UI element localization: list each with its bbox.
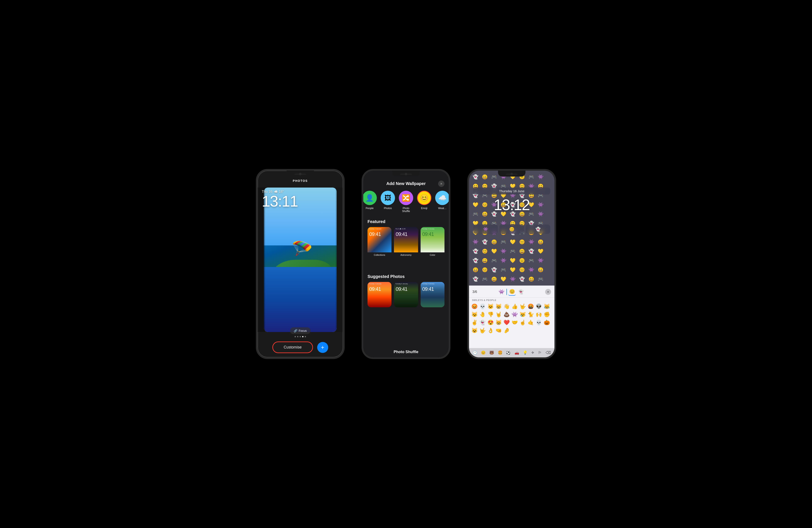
picker-emoji-item[interactable]: 😹: [543, 303, 551, 310]
bg-emoji-cell: 😀: [536, 266, 545, 274]
add-wallpaper-button[interactable]: +: [317, 342, 328, 353]
kb-activity-icon[interactable]: ⚽: [506, 350, 511, 355]
picker-emoji-item[interactable]: 👍: [511, 303, 519, 310]
picker-emoji-item[interactable]: 🎃: [543, 319, 551, 326]
picker-emoji-item[interactable]: 🤙: [527, 319, 535, 326]
wp-emoji-label: Emoji: [421, 207, 427, 210]
astronomy-time: 09:41: [396, 231, 407, 237]
suggested-preview-2: Tuesday 9 January 09:41: [394, 282, 418, 307]
bg-emoji-cell: 😀: [490, 238, 498, 246]
kb-flags-icon[interactable]: 🏳: [538, 351, 542, 355]
close-wallpaper-button[interactable]: ✕: [438, 181, 445, 187]
wp-people-item[interactable]: 👤 People: [363, 191, 377, 213]
picker-emoji-item[interactable]: ☝️: [519, 319, 526, 326]
kb-travel-icon[interactable]: 🚗: [514, 350, 519, 355]
bg-emoji-cell: 😀: [471, 266, 480, 274]
bg-emoji-cell: 👻: [480, 238, 489, 246]
selected-emoji-3[interactable]: 👻: [517, 288, 525, 296]
picker-close-button[interactable]: ✕: [545, 289, 551, 295]
kb-smiley-icon[interactable]: 😊: [481, 350, 485, 355]
featured-collections[interactable]: Tuesday 9 January 09:41 Collections: [367, 227, 391, 256]
suggested-3[interactable]: Tuesday 9 January 09:41: [421, 282, 445, 307]
selected-emoji-1[interactable]: 👾: [497, 288, 505, 296]
bg-emoji-cell: 👾: [536, 173, 545, 181]
phone1-camera: [299, 173, 302, 175]
featured-astronomy[interactable]: Thu 9 ☁️ 21:55 09:41 Astronomy: [394, 227, 418, 256]
picker-emoji-item[interactable]: 😺: [471, 327, 478, 334]
phone3-widgets-row: 👾 😊 👻: [473, 225, 550, 234]
color-preview: Tuesday 9 January 09:41: [421, 227, 445, 252]
picker-emoji-item[interactable]: 💩: [503, 311, 510, 318]
picker-emoji-item[interactable]: 🤜: [495, 327, 503, 334]
picker-emoji-item[interactable]: 👽: [535, 303, 542, 310]
bg-emoji-cell: 👻: [471, 256, 480, 265]
picker-emoji-item[interactable]: 👋: [503, 303, 510, 310]
picker-emoji-item[interactable]: 👾: [511, 311, 519, 318]
picker-emoji-item[interactable]: 😼: [471, 311, 478, 318]
wp-people-label: People: [366, 207, 374, 210]
bg-emoji-cell: 😊: [518, 266, 526, 274]
picker-emoji-item[interactable]: ✌️: [471, 319, 478, 326]
picker-emoji-item[interactable]: 🤟: [479, 327, 487, 334]
kb-clock-icon[interactable]: 🕐: [473, 350, 477, 355]
suggested-1[interactable]: Tuesday 9 January 09:41: [367, 282, 391, 307]
kb-symbols-icon[interactable]: ✈: [531, 350, 534, 355]
bg-emoji-cell: 👻: [471, 275, 480, 284]
bg-emoji-cell: 🎮: [527, 256, 535, 265]
dot-1: [294, 336, 296, 337]
bg-emoji-cell: 👾: [536, 256, 545, 265]
customise-button[interactable]: Customise: [272, 342, 313, 353]
wp-shuffle-item[interactable]: 🔀 Photo Shuffle: [399, 191, 413, 213]
picker-emoji-item[interactable]: 🤚: [479, 311, 487, 318]
picker-emoji-item[interactable]: 😸: [495, 303, 503, 310]
phone3-widget-1: 👾: [473, 225, 498, 234]
picker-emoji-item[interactable]: 💀: [535, 319, 542, 326]
bg-emoji-cell: 🎮: [536, 275, 545, 284]
picker-emoji-item[interactable]: 👎: [487, 311, 494, 318]
kb-objects-icon[interactable]: 💡: [523, 350, 527, 355]
picker-emoji-item[interactable]: 🤬: [527, 303, 535, 310]
picker-emoji-item[interactable]: 👌: [487, 327, 494, 334]
wp-weather-item[interactable]: ☁️ Weat…: [435, 191, 449, 213]
kb-food-icon[interactable]: 🍔: [498, 350, 503, 355]
picker-emoji-item[interactable]: 🐈: [527, 311, 535, 318]
picker-emoji-item[interactable]: 😡: [471, 303, 478, 310]
phone3-lock-overlay: Thursday 16 June 13:12: [469, 187, 554, 213]
picker-emoji-item[interactable]: 🐱: [487, 303, 494, 310]
picker-emoji-item[interactable]: 🤝: [511, 319, 519, 326]
emoji-picker-sheet: 3/6 👾 😊 👻 ✕ SMILEYS & PEOPLE 😡💀🐱😸👋👍🤟🤬👽😹😼…: [469, 286, 554, 357]
bg-emoji-cell: 🎮: [499, 238, 508, 246]
collections-label: Collections: [367, 254, 391, 256]
picker-emoji-item[interactable]: 🤘: [495, 311, 503, 318]
picker-emoji-item[interactable]: 🤌: [503, 327, 510, 334]
bg-emoji-cell: 💛: [508, 266, 517, 274]
suggested-2[interactable]: Tuesday 9 January 09:41: [394, 282, 418, 307]
wp-emoji-item[interactable]: 😊 Emoji: [417, 191, 431, 213]
picker-emoji-item[interactable]: 😍: [487, 319, 494, 326]
s2-time: 09:41: [396, 286, 407, 292]
picker-emoji-item[interactable]: 💀: [479, 303, 487, 310]
wp-emoji-icon: 😊: [417, 191, 431, 205]
featured-color[interactable]: Tuesday 9 January 09:41 Color: [421, 227, 445, 256]
picker-emoji-item[interactable]: 😿: [519, 311, 526, 318]
phone1-bottom-bar: Customise +: [258, 342, 343, 353]
bg-emoji-cell: 💛: [499, 275, 508, 284]
picker-emoji-item[interactable]: 👻: [479, 319, 487, 326]
picker-emoji-item[interactable]: ✊: [543, 311, 551, 318]
bg-emoji-cell: 🎮: [490, 173, 498, 181]
bg-emoji-cell: 😐: [518, 256, 526, 265]
suggested-section: Suggested Photos Tuesday 9 January 09:41…: [363, 274, 449, 307]
picker-emoji-item[interactable]: 🤟: [519, 303, 526, 310]
emoji-picker-grid: 😡💀🐱😸👋👍🤟🤬👽😹😼🤚👎🤘💩👾😿🐈🙌✊✌️👻😍😸❤️🤝☝️🤙💀🎃😺🤟👌🤜🤌: [469, 303, 554, 334]
kb-delete-icon[interactable]: ⌫: [546, 350, 551, 355]
picker-emoji-item[interactable]: 😸: [495, 319, 503, 326]
picker-emoji-item[interactable]: ❤️: [503, 319, 510, 326]
emoji-category-label: SMILEYS & PEOPLE: [469, 298, 554, 303]
bg-emoji-cell: 🎮: [480, 275, 489, 284]
picker-emoji-item[interactable]: 🙌: [535, 311, 542, 318]
astronomy-date: Thu 9 ☁️ 21:55: [395, 228, 405, 230]
focus-badge[interactable]: 🔗 Focus: [290, 327, 310, 334]
selected-emoji-2[interactable]: 😊: [508, 288, 516, 296]
wp-photos-item[interactable]: 🖼 Photos: [381, 191, 395, 213]
kb-animal-icon[interactable]: 🐻: [489, 350, 494, 355]
